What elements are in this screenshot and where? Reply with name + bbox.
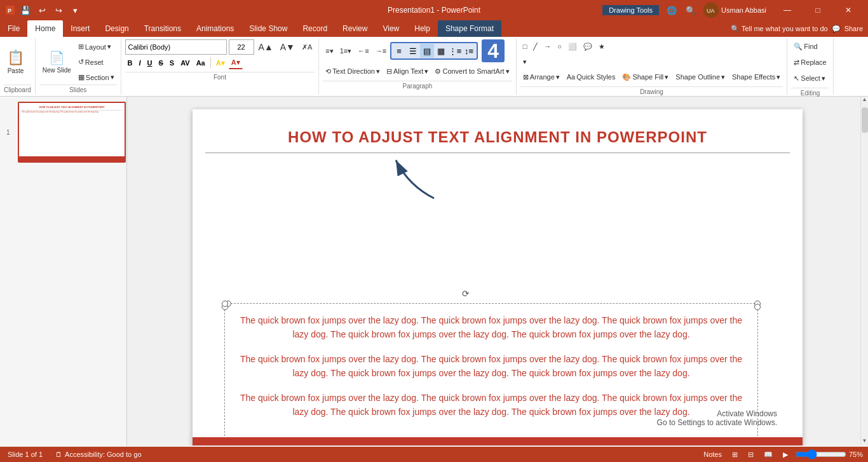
redo-button[interactable]: ↪ xyxy=(52,4,65,17)
text-direction-button[interactable]: ⟲ Text Direction ▾ xyxy=(323,64,383,78)
scroll-down-button[interactable]: ▼ xyxy=(861,438,869,445)
font-size-input[interactable] xyxy=(229,39,254,55)
layout-button[interactable]: ⊞ Layout ▾ xyxy=(76,40,117,54)
text-box-selected[interactable]: ⤡ The quick brown fox jumps over the laz… xyxy=(224,303,758,445)
divider xyxy=(210,57,211,69)
arrange-button[interactable]: ⊠ Arrange ▾ xyxy=(520,70,562,84)
slide-divider xyxy=(205,153,790,153)
underline-button[interactable]: U xyxy=(145,57,155,69)
tab-home[interactable]: Home xyxy=(27,20,63,37)
replace-button[interactable]: ⇄ Replace xyxy=(791,55,829,69)
rect-shape[interactable]: □ xyxy=(520,39,530,53)
help-icon[interactable]: 🌐 xyxy=(665,4,678,17)
align-right-button[interactable]: ▤ xyxy=(420,44,434,58)
shadow-button[interactable]: S xyxy=(167,57,177,69)
undo-button[interactable]: ↩ xyxy=(36,4,48,17)
tab-design[interactable]: Design xyxy=(97,20,136,37)
comments-btn[interactable]: 💬 xyxy=(832,25,841,33)
canvas-scroll[interactable]: HOW TO ADJUST TEXT ALIGNMENT IN POWERPOI… xyxy=(127,97,868,445)
tab-review[interactable]: Review xyxy=(335,20,375,37)
scroll-track[interactable] xyxy=(861,104,869,438)
font-color-button[interactable]: A▾ xyxy=(229,57,243,69)
slide-panel: 1 HOW TO ADJUST TEXT ALIGNMENT IN POWERP… xyxy=(0,97,127,445)
tab-animations[interactable]: Animations xyxy=(189,20,241,37)
handle-right[interactable] xyxy=(754,304,761,310)
numbering-button[interactable]: 1≡▾ xyxy=(337,44,355,58)
handle-top-left[interactable] xyxy=(222,301,228,307)
svg-text:P: P xyxy=(8,8,11,14)
slide-thumbnail[interactable]: HOW TO ADJUST TEXT ALIGNMENT IN POWERPOI… xyxy=(18,102,126,163)
select-button[interactable]: ↖ Select ▾ xyxy=(791,71,829,85)
tab-record[interactable]: Record xyxy=(295,20,335,37)
thumb-text: The quick brown fox jumps over the lazy … xyxy=(22,111,122,114)
shape-outline-button[interactable]: Shape Outline ▾ xyxy=(673,70,728,84)
find-button[interactable]: 🔍 Find xyxy=(791,39,829,53)
number-indicator: 4 xyxy=(482,39,505,62)
quick-styles-button[interactable]: Aa Quick Styles xyxy=(564,70,618,84)
share-btn[interactable]: Share xyxy=(844,25,863,32)
tab-help[interactable]: Help xyxy=(407,20,438,37)
quick-styles-icon: Aa xyxy=(567,73,575,81)
font-name-input[interactable] xyxy=(125,39,227,55)
close-button[interactable]: ✕ xyxy=(834,0,863,20)
font-increase-button[interactable]: A▲ xyxy=(256,40,276,54)
new-slide-icon: 📄 xyxy=(49,50,65,65)
customize-button[interactable]: ▾ xyxy=(69,4,81,17)
arrow-shape[interactable]: → xyxy=(541,39,553,53)
text-content[interactable]: The quick brown fox jumps over the lazy … xyxy=(225,304,757,438)
tab-transitions[interactable]: Transitions xyxy=(137,20,189,37)
maximize-button[interactable]: □ xyxy=(803,0,832,20)
drawing-controls: □ ╱ → ○ ⬜ 💬 ★ ▾ ⊠ Arrange ▾ Aa Quick Sty… xyxy=(520,39,783,84)
oval-shape[interactable]: ○ xyxy=(555,39,564,53)
reset-button[interactable]: ↺ Reset xyxy=(76,55,117,69)
italic-button[interactable]: I xyxy=(137,57,144,69)
tab-file[interactable]: File xyxy=(0,20,27,37)
minimize-button[interactable]: — xyxy=(773,0,802,20)
line-spacing-button[interactable]: ↕≡ xyxy=(462,44,476,58)
tab-view[interactable]: View xyxy=(375,20,407,37)
new-slide-button[interactable]: 📄 New Slide xyxy=(39,48,74,76)
tab-slideshow[interactable]: Slide Show xyxy=(241,20,295,37)
rounded-rect-shape[interactable]: ⬜ xyxy=(566,39,580,53)
scroll-thumb[interactable] xyxy=(862,107,868,133)
clipboard-content: 📋 Paste xyxy=(4,39,27,85)
font-label: Font xyxy=(125,72,315,81)
line-shape[interactable]: ╱ xyxy=(531,39,540,53)
strikethrough-button[interactable]: S xyxy=(156,57,166,69)
tab-insert[interactable]: Insert xyxy=(63,20,97,37)
bullets-button[interactable]: ≡▾ xyxy=(323,44,336,58)
thumb-title: HOW TO ADJUST TEXT ALIGNMENT IN POWERPOI… xyxy=(22,105,122,109)
shape-effects-button[interactable]: Shape Effects ▾ xyxy=(729,70,783,84)
highlight-button[interactable]: A▾ xyxy=(214,57,227,69)
increase-indent-button[interactable]: →≡ xyxy=(373,44,389,58)
tab-shape-format[interactable]: Shape Format xyxy=(438,20,501,37)
columns-button[interactable]: ⋮≡ xyxy=(448,44,462,58)
save-button[interactable]: 💾 xyxy=(19,4,32,17)
align-text-button[interactable]: ⊟ Align Text ▾ xyxy=(384,64,431,78)
shape-fill-button[interactable]: 🎨 Shape Fill ▾ xyxy=(620,70,671,84)
rotation-handle[interactable]: ⟳ xyxy=(459,287,472,300)
change-case-button[interactable]: Aa xyxy=(194,57,208,69)
char-spacing-button[interactable]: AV xyxy=(178,57,192,69)
star-shape[interactable]: ★ xyxy=(596,39,607,53)
vertical-scrollbar[interactable]: ▲ ▼ xyxy=(860,97,868,445)
paste-button[interactable]: 📋 Paste xyxy=(4,48,27,76)
convert-smartart-button[interactable]: ⚙ Convert to SmartArt ▾ xyxy=(432,64,512,78)
bold-button[interactable]: B xyxy=(125,57,135,69)
align-justify-button[interactable]: ▦ xyxy=(434,44,448,58)
section-button[interactable]: ▦ Section ▾ xyxy=(76,71,117,85)
callout-shape[interactable]: 💬 xyxy=(581,39,595,53)
align-center-button[interactable]: ☰ xyxy=(406,44,420,58)
scroll-up-button[interactable]: ▲ xyxy=(861,97,869,104)
decrease-indent-button[interactable]: ←≡ xyxy=(355,44,371,58)
search-icon[interactable]: 🔍 xyxy=(684,4,697,17)
drawing-label: Drawing xyxy=(520,86,783,95)
font-decrease-button[interactable]: A▼ xyxy=(278,40,297,54)
align-text-icon: ⊟ xyxy=(386,67,392,76)
clear-format-button[interactable]: ✗A xyxy=(299,40,315,54)
para-controls: ≡▾ 1≡▾ ←≡ →≡ ≡ ☰ ▤ ▦ ⋮≡ ↕≡ 4 ⟲ xyxy=(323,39,512,78)
alignment-group: ≡ ☰ ▤ ▦ ⋮≡ ↕≡ xyxy=(390,42,478,60)
more-shapes[interactable]: ▾ xyxy=(520,55,529,69)
align-left-button[interactable]: ≡ xyxy=(392,44,406,58)
search-box[interactable]: 🔍 Tell me what you want to do xyxy=(731,25,828,33)
